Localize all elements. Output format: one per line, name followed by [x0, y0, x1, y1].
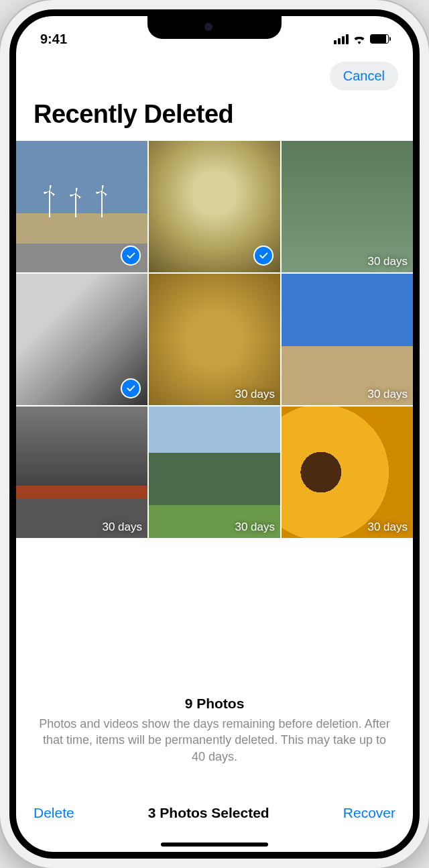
checkmark-icon [253, 246, 273, 266]
page-title: Recently Deleted [16, 95, 413, 141]
photo-thumbnail[interactable] [149, 141, 280, 272]
photo-grid: 30 days 30 days 30 days 30 days 30 [16, 141, 413, 538]
wifi-icon [353, 34, 366, 44]
recover-button[interactable]: Recover [343, 805, 395, 821]
status-time: 9:41 [40, 32, 67, 47]
days-remaining: 30 days [367, 521, 408, 534]
days-remaining: 30 days [102, 521, 142, 534]
battery-icon [370, 34, 389, 44]
selection-count: 3 Photos Selected [148, 805, 269, 821]
footer-description: Photos and videos show the days remainin… [35, 716, 394, 765]
photo-thumbnail[interactable]: 30 days [149, 274, 280, 405]
photo-thumbnail[interactable] [16, 274, 147, 405]
photo-thumbnail[interactable]: 30 days [282, 141, 413, 272]
photo-count: 9 Photos [35, 696, 394, 712]
photo-thumbnail[interactable] [16, 141, 147, 272]
checkmark-icon [121, 246, 141, 266]
checkmark-icon [121, 378, 141, 398]
bottom-toolbar: Delete 3 Photos Selected Recover [16, 793, 413, 833]
home-indicator[interactable] [161, 843, 268, 847]
photo-thumbnail[interactable]: 30 days [16, 406, 147, 538]
cellular-icon [334, 34, 349, 44]
photo-thumbnail[interactable]: 30 days [282, 406, 413, 538]
days-remaining: 30 days [235, 521, 275, 534]
days-remaining: 30 days [235, 388, 275, 401]
delete-button[interactable]: Delete [34, 805, 74, 821]
photo-thumbnail[interactable]: 30 days [149, 406, 280, 538]
days-remaining: 30 days [367, 255, 408, 268]
days-remaining: 30 days [367, 388, 408, 401]
cancel-button[interactable]: Cancel [330, 62, 398, 91]
photo-thumbnail[interactable]: 30 days [282, 274, 413, 405]
